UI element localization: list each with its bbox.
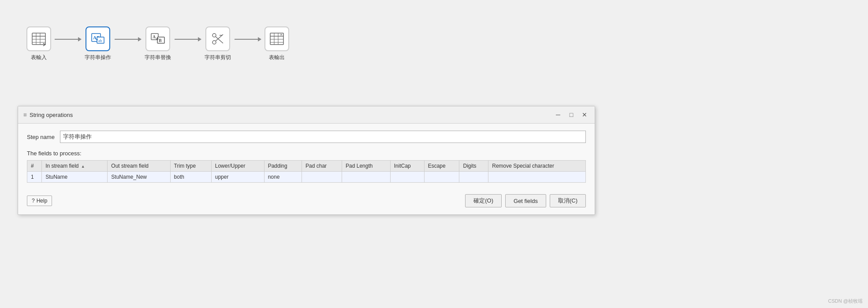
table-output-icon	[264, 26, 289, 51]
node-label-string-cut: 字符串剪切	[205, 54, 231, 61]
sort-indicator: ▲	[81, 164, 85, 169]
cell-lower_upper: upper	[211, 172, 264, 183]
cell-pad_length	[342, 172, 391, 183]
col-header-pad-length: Pad Length	[342, 161, 391, 172]
cancel-button[interactable]: 取消(C)	[550, 194, 586, 207]
svg-text:B: B	[159, 38, 162, 43]
cell-pad_char	[302, 172, 342, 183]
svg-point-15	[212, 34, 216, 37]
col-header-padding: Padding	[264, 161, 302, 172]
col-header-initcap: InitCap	[390, 161, 424, 172]
cell-padding: none	[264, 172, 302, 183]
footer-actions: 確定(O) Get fields 取消(C)	[465, 194, 586, 207]
dialog-title: String operations	[30, 112, 73, 118]
table-header-row: # In stream field ▲ Out stream field Tri…	[27, 161, 586, 172]
col-header-pad-char: Pad char	[302, 161, 342, 172]
node-label-table-output: 表輸出	[269, 54, 285, 61]
step-name-input[interactable]	[60, 131, 586, 143]
maximize-button[interactable]: □	[566, 110, 576, 120]
cell-remove_special	[488, 172, 586, 183]
table-input-icon	[26, 26, 51, 51]
help-icon: ?	[32, 198, 35, 204]
help-button[interactable]: ? Help	[27, 195, 52, 206]
arrow-2	[111, 39, 145, 49]
string-replace-icon: A B	[145, 26, 170, 51]
col-header-num: #	[27, 161, 42, 172]
string-cut-icon	[205, 26, 230, 51]
col-header-trim-type: Trim type	[170, 161, 211, 172]
table-body: 1StuNameStuName_Newbothuppernone	[27, 172, 586, 183]
cell-digits	[459, 172, 488, 183]
pipeline-area: 表輸入 AB ab 字符串操作 A B	[0, 0, 868, 79]
fields-label: The fields to process:	[27, 150, 586, 157]
svg-rect-0	[32, 33, 45, 45]
col-header-remove-special: Remove Special character	[488, 161, 586, 172]
svg-text:A: A	[153, 34, 156, 39]
cell-trim_type: both	[170, 172, 211, 183]
fields-table: # In stream field ▲ Out stream field Tri…	[27, 160, 586, 183]
string-operations-dialog: ⌗ String operations ─ □ ✕ Step name The …	[18, 106, 595, 215]
step-name-row: Step name	[27, 131, 586, 143]
dialog-body: Step name The fields to process: # In st…	[18, 124, 595, 190]
close-button[interactable]: ✕	[580, 110, 589, 120]
svg-point-14	[212, 41, 216, 44]
node-label-string-ops: 字符串操作	[85, 54, 111, 61]
confirm-button[interactable]: 確定(O)	[465, 194, 502, 207]
cell-initcap	[390, 172, 424, 183]
arrow-4	[231, 39, 264, 49]
pipeline-node-table-output[interactable]: 表輸出	[264, 26, 289, 61]
col-header-out-stream: Out stream field	[108, 161, 170, 172]
pipeline-node-string-ops[interactable]: AB ab 字符串操作	[85, 26, 111, 61]
col-header-digits: Digits	[459, 161, 488, 172]
watermark: CSDN @桢牧瑶	[828, 298, 863, 304]
col-header-in-stream: In stream field ▲	[42, 161, 108, 172]
dialog-titlebar: ⌗ String operations ─ □ ✕	[18, 106, 595, 124]
pipeline-node-string-cut[interactable]: 字符串剪切	[205, 26, 231, 61]
string-ops-icon: AB ab	[86, 26, 110, 51]
cell-num: 1	[27, 172, 42, 183]
get-fields-button[interactable]: Get fields	[505, 194, 546, 207]
col-header-escape: Escape	[424, 161, 459, 172]
step-name-label: Step name	[27, 134, 55, 140]
arrow-1	[51, 39, 85, 49]
pipeline-node-table-input[interactable]: 表輸入	[26, 26, 51, 61]
dialog-title-left: ⌗ String operations	[23, 111, 73, 119]
cell-escape	[424, 172, 459, 183]
cell-in_stream: StuName	[42, 172, 108, 183]
minimize-button[interactable]: ─	[553, 110, 563, 120]
arrow-3	[171, 39, 205, 49]
node-label-table-input: 表輸入	[31, 54, 47, 61]
cell-out_stream: StuName_New	[108, 172, 170, 183]
node-label-string-replace: 字符串替換	[145, 54, 171, 61]
col-header-lower-upper: Lower/Upper	[211, 161, 264, 172]
dialog-footer: ? Help 確定(O) Get fields 取消(C)	[18, 190, 595, 214]
svg-text:ab: ab	[98, 38, 102, 43]
pipeline-node-string-replace[interactable]: A B 字符串替換	[145, 26, 171, 61]
table-row[interactable]: 1StuNameStuName_Newbothuppernone	[27, 172, 586, 183]
dialog-controls: ─ □ ✕	[553, 110, 589, 120]
dialog-title-icon: ⌗	[23, 111, 27, 119]
